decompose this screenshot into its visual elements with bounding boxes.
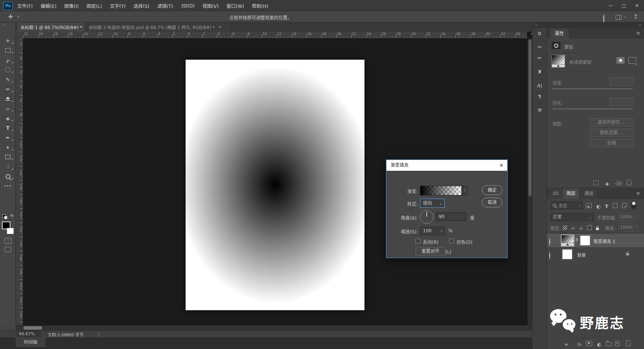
- filter-type-layers-icon[interactable]: T: [605, 202, 608, 210]
- new-adjustment-layer-icon[interactable]: ◐: [597, 340, 601, 348]
- layer-style-icon[interactable]: fx: [577, 340, 581, 348]
- menu-item[interactable]: 文字(Y): [110, 2, 126, 9]
- reverse-checkbox[interactable]: [416, 239, 420, 243]
- lock-artboard-icon[interactable]: [587, 224, 592, 232]
- chevron-down-icon[interactable]: ∨: [636, 225, 638, 228]
- zoom-tool[interactable]: [0, 172, 16, 181]
- panel-icon-tool-presets[interactable]: ⚒: [533, 104, 547, 116]
- path-selection-tool[interactable]: ➤: [0, 142, 16, 152]
- density-input[interactable]: [610, 78, 634, 86]
- density-slider[interactable]: [552, 88, 633, 89]
- menu-item[interactable]: 编辑(E): [41, 2, 57, 9]
- document-tab-inactive[interactable]: 未标题-1-恢复的-恢复的.psd @ 66.7% (椭圆 1 拷贝, RGB/…: [85, 22, 231, 32]
- toolbar-collapse-icon[interactable]: »: [3, 23, 5, 27]
- select-and-mask-button[interactable]: 选择并遮住 ...: [590, 118, 634, 126]
- angle-dial[interactable]: [420, 210, 433, 224]
- hand-tool[interactable]: ☝: [0, 162, 16, 172]
- collapse-dock-left-icon[interactable]: «: [535, 23, 537, 27]
- workspace-chevron-icon[interactable]: ∨: [624, 15, 626, 19]
- background-color-swatch[interactable]: [7, 228, 14, 234]
- feather-input[interactable]: [610, 98, 634, 106]
- panel-icon-paragraph[interactable]: ¶: [533, 91, 547, 102]
- mask-link-icon[interactable]: 8: [575, 238, 578, 242]
- status-chevron-icon[interactable]: 〉: [98, 331, 102, 337]
- menu-item[interactable]: 视图(V): [202, 2, 218, 9]
- color-range-button[interactable]: 颜色范围 ...: [590, 129, 634, 137]
- angle-input[interactable]: 90: [436, 212, 466, 221]
- layer-name[interactable]: 背景: [577, 252, 586, 258]
- dialog-close-icon[interactable]: ✕: [499, 160, 503, 171]
- collapse-dock-right-icon[interactable]: »: [639, 23, 641, 27]
- gradient-chevron-icon[interactable]: ∨: [462, 186, 468, 195]
- ok-button[interactable]: 确定: [482, 185, 502, 195]
- panel-menu-icon[interactable]: ≡: [636, 191, 640, 196]
- menu-item[interactable]: 文件(F): [17, 2, 33, 9]
- panel-icon-brush-settings[interactable]: ✑: [533, 41, 547, 53]
- add-pixel-mask-icon[interactable]: [616, 57, 625, 64]
- gradient-fill-layer-thumbnail[interactable]: [561, 235, 574, 246]
- panel-menu-icon[interactable]: ≡: [636, 30, 640, 36]
- zoom-level-field[interactable]: 66.67%: [17, 331, 41, 337]
- clone-stamp-tool[interactable]: [0, 94, 16, 104]
- gradient-preview-swatch[interactable]: [420, 186, 462, 195]
- tab-channels[interactable]: 通道: [581, 189, 597, 199]
- horizontal-scrollbar-thumb[interactable]: [23, 326, 42, 330]
- pen-tool[interactable]: ✒: [0, 133, 16, 142]
- workspace-icon[interactable]: [616, 15, 622, 20]
- style-dropdown[interactable]: 径向 ∨: [420, 199, 445, 208]
- tab-close-icon[interactable]: ✕: [218, 25, 221, 29]
- eyedropper-tool[interactable]: ✎: [0, 75, 16, 84]
- filter-adjustment-layers-icon[interactable]: ◐: [596, 202, 600, 210]
- brush-tool[interactable]: ✏: [0, 84, 16, 94]
- vertical-scrollbar-thumb[interactable]: [528, 40, 531, 196]
- menu-item[interactable]: 选择(S): [133, 2, 149, 9]
- tool-preset-chevron-icon[interactable]: ∨: [17, 15, 20, 18]
- scale-input[interactable]: 100: [420, 227, 439, 235]
- close-button[interactable]: ✕: [635, 3, 639, 8]
- feather-slider[interactable]: [552, 109, 633, 109]
- tab-properties[interactable]: 属性: [550, 29, 569, 38]
- ruler-corner[interactable]: [16, 32, 23, 38]
- vertical-scrollbar[interactable]: [527, 38, 532, 325]
- rectangular-marquee-tool[interactable]: [0, 45, 16, 55]
- default-swap-colors-icon[interactable]: ⇆: [2, 213, 13, 219]
- layer-row-gradient-fill[interactable]: 8 渐变填充 1: [547, 234, 644, 247]
- horizontal-scrollbar[interactable]: [16, 325, 532, 330]
- filter-pixel-layers-icon[interactable]: [586, 202, 592, 210]
- quick-mask-mode-icon[interactable]: [4, 238, 12, 244]
- chevron-down-icon[interactable]: ∨: [636, 214, 638, 218]
- menu-item[interactable]: 3D(D): [181, 3, 195, 9]
- menu-item[interactable]: 图像(I): [64, 2, 79, 9]
- type-tool[interactable]: T: [0, 123, 16, 133]
- new-layer-icon[interactable]: [615, 340, 619, 348]
- opacity-value[interactable]: 100%: [619, 213, 634, 221]
- menu-item[interactable]: 滤镜(T): [157, 2, 173, 9]
- menu-item[interactable]: 帮助(H): [252, 2, 268, 9]
- invert-button[interactable]: 反相: [590, 139, 634, 147]
- load-mask-selection-icon[interactable]: [593, 180, 599, 187]
- new-group-icon[interactable]: [606, 340, 612, 348]
- background-layer-thumbnail[interactable]: [562, 249, 572, 260]
- lock-transparent-pixels-icon[interactable]: [563, 224, 567, 232]
- document-tab-active[interactable]: 未标题-1 @ 66.7%(RGB/8#) * ✕: [17, 22, 85, 32]
- panel-icon-clone-source[interactable]: ♜: [533, 65, 547, 77]
- layer-mask-thumbnail[interactable]: [580, 235, 590, 246]
- layer-row-background[interactable]: 背景: [547, 248, 644, 261]
- lock-position-icon[interactable]: ✛: [579, 224, 583, 232]
- filter-shape-layers-icon[interactable]: [613, 202, 618, 210]
- panel-icon-libraries[interactable]: ⧉: [533, 28, 547, 39]
- delete-layer-icon[interactable]: [626, 340, 631, 348]
- panel-icon-character[interactable]: A|: [533, 79, 547, 91]
- screen-mode-icon[interactable]: [4, 247, 11, 252]
- fill-value[interactable]: 100%: [619, 223, 634, 232]
- rectangle-tool[interactable]: [0, 152, 16, 162]
- lock-image-pixels-icon[interactable]: ✏: [571, 224, 575, 232]
- timeline-tab[interactable]: 时间轴: [16, 337, 45, 347]
- filter-smart-objects-icon[interactable]: [622, 202, 627, 210]
- disable-mask-icon[interactable]: [616, 180, 622, 187]
- search-icon[interactable]: [603, 15, 604, 22]
- move-tool[interactable]: ✛: [0, 36, 16, 45]
- tab-layers[interactable]: 图层: [563, 189, 579, 199]
- cancel-button[interactable]: 取消: [482, 198, 502, 207]
- menu-item[interactable]: 图层(L): [86, 2, 102, 9]
